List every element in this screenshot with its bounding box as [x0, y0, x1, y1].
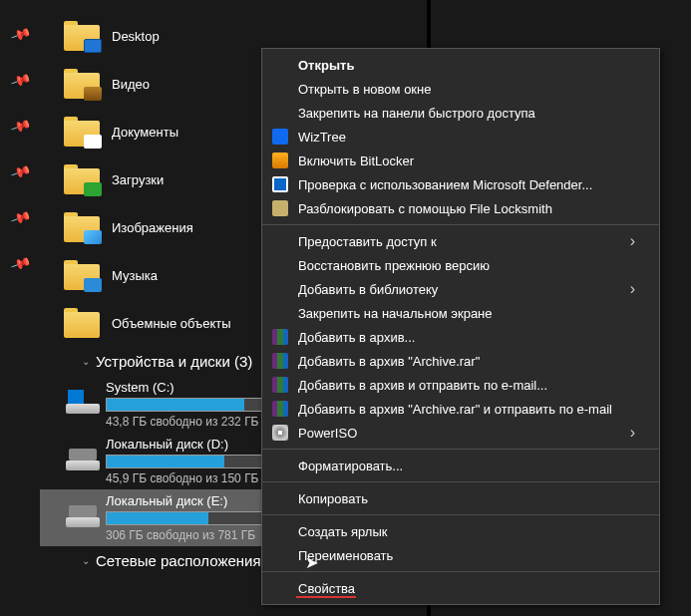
menu-separator: [262, 571, 659, 572]
menu-item[interactable]: Форматировать...: [262, 454, 659, 477]
pin-icon[interactable]: 📌: [9, 23, 31, 45]
menu-item[interactable]: Восстановить прежнюю версию: [262, 253, 659, 277]
menu-item[interactable]: Включить BitLocker: [262, 149, 659, 172]
menu-item[interactable]: Добавить в архив и отправить по e-mail..…: [262, 373, 659, 397]
menu-item-label: Добавить в архив...: [298, 330, 415, 345]
context-menu: ОткрытьОткрыть в новом окнеЗакрепить на …: [261, 48, 660, 605]
menu-item-label: Форматировать...: [298, 459, 403, 473]
folder-label: Загрузки: [112, 172, 164, 187]
menu-item-label: Открыть в новом окне: [298, 82, 431, 97]
menu-item[interactable]: Проверка с использованием Microsoft Defe…: [262, 172, 659, 196]
menu-item-label: Открыть: [298, 58, 354, 73]
menu-item[interactable]: Предоставить доступ к›: [262, 229, 659, 253]
ic-wiz-icon: [272, 129, 288, 145]
chevron-right-icon: ›: [630, 232, 635, 250]
chevron-right-icon: ›: [630, 424, 635, 442]
menu-item[interactable]: Добавить в архив...: [262, 325, 659, 349]
pin-icon[interactable]: 📌: [9, 206, 31, 228]
pin-icon[interactable]: 📌: [9, 115, 31, 137]
menu-item[interactable]: Закрепить на панели быстрого доступа: [262, 101, 659, 125]
drive-usage-bar: [106, 511, 275, 525]
drive-icon: [66, 449, 100, 470]
folder-label: Объемные объекты: [112, 316, 231, 331]
menu-item-label: Предоставить доступ к: [298, 234, 437, 249]
menu-item[interactable]: Добавить в архив "Archive.rar": [262, 349, 659, 373]
section-drives-label: Устройства и диски (3): [96, 353, 252, 370]
menu-item-label: Свойства: [298, 581, 355, 596]
menu-item-label: Добавить в архив "Archive.rar": [298, 354, 480, 369]
drive-usage-bar: [106, 398, 275, 412]
menu-item-label: Добавить в архив и отправить по e-mail..…: [298, 378, 547, 393]
drive-usage-bar: [106, 455, 275, 468]
ic-rar-icon: [272, 401, 288, 417]
ic-iso-icon: [272, 425, 288, 441]
menu-item[interactable]: Разблокировать с помощью File Locksmith: [262, 196, 659, 220]
menu-item[interactable]: Копировать: [262, 486, 659, 510]
folder-icon: [64, 164, 100, 194]
ic-lock-icon: [272, 200, 288, 216]
folder-icon: [64, 21, 100, 51]
menu-item[interactable]: Добавить в библиотеку›: [262, 277, 659, 301]
folder-label: Видео: [112, 77, 150, 92]
ic-bit-icon: [272, 153, 288, 168]
menu-item[interactable]: Создать ярлык: [262, 519, 659, 543]
ic-rar-icon: [272, 377, 288, 393]
chevron-down-icon: ⌄: [82, 555, 90, 566]
menu-item-label: Добавить в архив "Archive.rar" и отправи…: [298, 402, 612, 417]
menu-separator: [262, 449, 659, 450]
folder-label: Документы: [112, 125, 178, 140]
menu-item[interactable]: Открыть: [262, 53, 659, 77]
folder-icon: [64, 308, 100, 338]
menu-separator: [262, 224, 659, 225]
menu-separator: [262, 514, 659, 515]
menu-item-label: PowerISO: [298, 426, 357, 441]
menu-item[interactable]: Добавить в архив "Archive.rar" и отправи…: [262, 397, 659, 421]
ic-def-icon: [272, 176, 288, 192]
pin-icon[interactable]: 📌: [9, 252, 31, 274]
folder-icon: [64, 69, 100, 99]
menu-item[interactable]: PowerISO›: [262, 421, 659, 445]
menu-item-label: Проверка с использованием Microsoft Defe…: [298, 177, 592, 192]
menu-item-label: Включить BitLocker: [298, 154, 414, 168]
menu-item-label: Восстановить прежнюю версию: [298, 258, 490, 273]
menu-item-label: Переименовать: [298, 548, 393, 563]
drive-icon: [66, 392, 100, 414]
menu-item[interactable]: Открыть в новом окне: [262, 77, 659, 101]
folder-label: Изображения: [112, 220, 193, 235]
menu-item[interactable]: WizTree: [262, 125, 659, 149]
chevron-down-icon: ⌄: [82, 356, 90, 367]
chevron-right-icon: ›: [630, 280, 635, 298]
menu-item-label: Копировать: [298, 491, 368, 506]
menu-item[interactable]: Переименовать: [262, 543, 659, 567]
folder-label: Музыка: [112, 268, 158, 283]
menu-item-label: Закрепить на панели быстрого доступа: [298, 106, 535, 121]
folder-icon: [64, 260, 100, 290]
ic-rar-icon: [272, 353, 288, 369]
menu-item-label: Создать ярлык: [298, 524, 387, 539]
folder-icon: [64, 117, 100, 147]
section-network-label: Сетевые расположения (1): [96, 552, 283, 569]
pin-icon[interactable]: 📌: [9, 160, 31, 182]
quick-access-pins: 📌📌📌📌📌📌: [0, 0, 40, 616]
folder-label: Desktop: [112, 29, 160, 44]
menu-item-label: WizTree: [298, 130, 346, 145]
folder-icon: [64, 212, 100, 242]
ic-rar-icon: [272, 329, 288, 345]
drive-icon: [66, 505, 100, 527]
menu-item[interactable]: Свойства: [262, 576, 659, 600]
menu-item-label: Закрепить на начальном экране: [298, 306, 493, 321]
pin-icon[interactable]: 📌: [9, 69, 31, 91]
menu-separator: [262, 481, 659, 482]
menu-item-label: Добавить в библиотеку: [298, 282, 438, 297]
menu-item[interactable]: Закрепить на начальном экране: [262, 301, 659, 325]
menu-item-label: Разблокировать с помощью File Locksmith: [298, 201, 552, 216]
